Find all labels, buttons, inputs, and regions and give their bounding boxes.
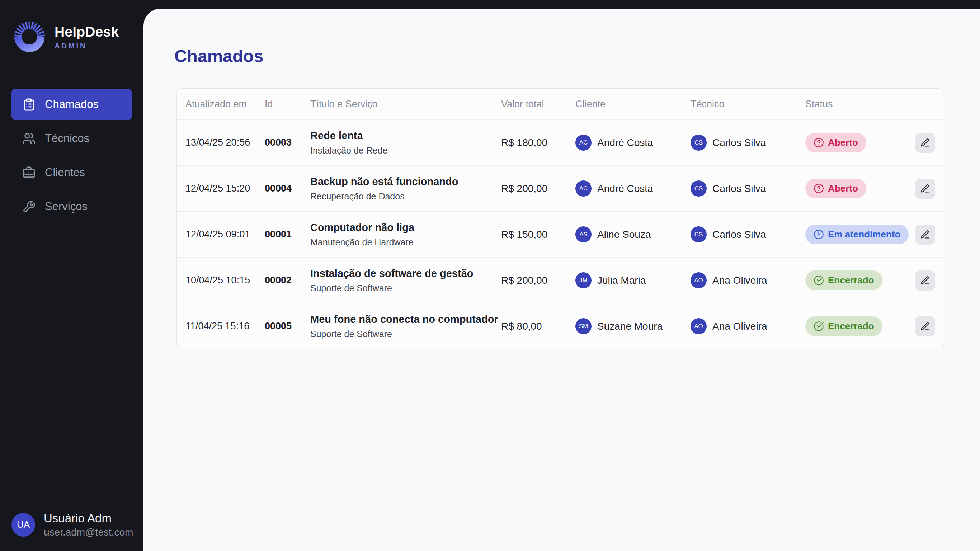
brand: HelpDesk ADMIN <box>0 0 143 74</box>
client-avatar: AC <box>575 180 592 197</box>
row-client: AC André Costa <box>575 135 690 151</box>
row-client: SM Suzane Moura <box>575 318 690 334</box>
client-avatar: AS <box>575 226 592 242</box>
table-row: 12/04/25 09:01 00001 Computador não liga… <box>177 211 944 257</box>
table-row: 10/04/25 10:15 00002 Instalação de softw… <box>177 257 944 303</box>
table-row: 12/04/25 15:20 00004 Backup não está fun… <box>177 166 944 211</box>
sidebar-item-clientes[interactable]: Clientes <box>11 157 132 188</box>
row-total: R$ 200,00 <box>501 183 575 194</box>
status-label: Aberto <box>828 183 858 194</box>
row-technician: CS Carlos Silva <box>690 135 805 151</box>
help-circle-icon <box>813 183 824 194</box>
row-updated-at: 10/04/25 10:15 <box>185 275 265 286</box>
row-technician: CS Carlos Silva <box>690 226 805 242</box>
users-icon <box>22 132 35 145</box>
user-avatar: UA <box>11 513 35 537</box>
sidebar-item-servicos[interactable]: Serviços <box>11 191 132 222</box>
status-badge: Encerrado <box>805 271 883 290</box>
pen-line-icon <box>920 322 930 331</box>
row-technician: AO Ana Oliveira <box>690 318 805 334</box>
col-header-updated: Atualizado em <box>185 99 265 110</box>
check-circle-icon <box>813 321 824 331</box>
col-header-technician: Técnico <box>690 99 805 110</box>
status-label: Aberto <box>828 137 858 148</box>
edit-ticket-button[interactable] <box>915 178 935 199</box>
briefcase-icon <box>22 166 35 179</box>
edit-ticket-button[interactable] <box>915 225 935 245</box>
row-total: R$ 200,00 <box>501 275 575 286</box>
row-technician: AO Ana Oliveira <box>690 272 805 288</box>
row-total: R$ 150,00 <box>501 229 575 240</box>
brand-name: HelpDesk <box>54 24 119 40</box>
status-badge: Em atendimento <box>805 225 908 244</box>
row-service: Suporte de Software <box>310 283 501 293</box>
pen-line-icon <box>920 184 930 194</box>
row-updated-at: 12/04/25 15:20 <box>185 183 265 194</box>
sidebar-item-label: Chamados <box>45 98 99 111</box>
status-badge: Aberto <box>805 178 866 198</box>
status-badge: Encerrado <box>805 316 883 336</box>
main-panel: Chamados Atualizado em Id Título e Servi… <box>143 9 980 551</box>
pen-line-icon <box>920 276 930 285</box>
row-id: 00001 <box>265 229 310 240</box>
row-title: Computador não liga <box>310 221 501 234</box>
row-technician: CS Carlos Silva <box>690 180 805 197</box>
row-client: AC André Costa <box>575 180 690 197</box>
client-avatar: JM <box>575 272 592 288</box>
status-label: Encerrado <box>828 275 874 286</box>
col-header-title: Título e Serviço <box>310 99 501 110</box>
sidebar-item-label: Serviços <box>45 200 88 213</box>
technician-name: Carlos Silva <box>713 229 766 240</box>
col-header-id: Id <box>265 99 310 110</box>
clock-icon <box>813 229 824 240</box>
technician-avatar: AO <box>690 318 707 334</box>
edit-ticket-button[interactable] <box>915 133 935 153</box>
sidebar: HelpDesk ADMIN Chamados <box>0 0 143 551</box>
wrench-icon <box>22 200 35 213</box>
row-service: Manutenção de Hardware <box>310 237 501 247</box>
app-root: HelpDesk ADMIN Chamados <box>0 0 980 551</box>
technician-avatar: CS <box>690 226 707 242</box>
edit-ticket-button[interactable] <box>915 316 935 336</box>
technician-avatar: CS <box>690 180 707 197</box>
tickets-table: Atualizado em Id Título e Serviço Valor … <box>177 88 944 349</box>
row-id: 00002 <box>265 275 310 286</box>
client-avatar: AC <box>575 135 592 151</box>
check-circle-icon <box>813 275 824 285</box>
sidebar-item-tecnicos[interactable]: Técnicos <box>11 123 132 154</box>
row-updated-at: 12/04/25 09:01 <box>185 229 265 240</box>
technician-name: Carlos Silva <box>713 183 766 194</box>
user-name: Usuário Adm <box>44 511 133 525</box>
client-name: Suzane Moura <box>597 321 663 332</box>
row-service: Suporte de Software <box>310 329 501 339</box>
col-header-total: Valor total <box>501 99 575 110</box>
client-name: Julia Maria <box>597 275 646 286</box>
page-title: Chamados <box>174 46 980 66</box>
status-label: Em atendimento <box>828 229 900 240</box>
technician-avatar: AO <box>690 272 707 288</box>
edit-ticket-button[interactable] <box>915 271 935 291</box>
help-circle-icon <box>813 137 824 148</box>
table-row: 13/04/25 20:56 00003 Rede lenta Instalaç… <box>177 119 944 166</box>
technician-avatar: CS <box>690 135 707 151</box>
row-id: 00005 <box>265 321 310 332</box>
sidebar-nav: Chamados Técnicos Clientes <box>0 74 143 222</box>
status-badge: Aberto <box>805 133 866 153</box>
row-title: Rede lenta <box>310 129 501 142</box>
row-id: 00004 <box>265 183 310 194</box>
row-title: Backup não está funcionando <box>310 175 501 188</box>
technician-name: Ana Oliveira <box>713 275 767 286</box>
pen-line-icon <box>920 229 930 240</box>
row-service: Instalação de Rede <box>310 145 501 156</box>
client-name: Aline Souza <box>597 229 651 240</box>
table-row: 11/04/25 15:16 00005 Meu fone não conect… <box>177 303 944 349</box>
row-client: JM Julia Maria <box>575 272 690 288</box>
helpdesk-logo-icon <box>13 21 46 53</box>
row-title: Instalação de software de gestão <box>310 267 501 280</box>
row-service: Recuperação de Dados <box>310 191 501 202</box>
sidebar-item-chamados[interactable]: Chamados <box>11 89 132 120</box>
technician-name: Carlos Silva <box>713 137 766 148</box>
technician-name: Ana Oliveira <box>713 321 767 332</box>
client-avatar: SM <box>575 318 592 334</box>
user-profile: UA Usuário Adm user.adm@test.com <box>0 498 143 551</box>
